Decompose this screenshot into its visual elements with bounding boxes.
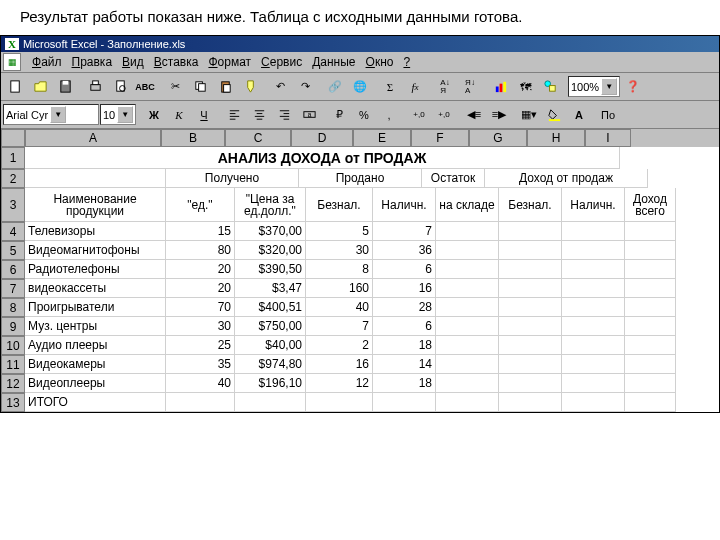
cell[interactable]: 36 xyxy=(373,241,436,260)
cell[interactable]: видеокассеты xyxy=(25,279,166,298)
align-center-button[interactable] xyxy=(247,103,271,126)
cell[interactable] xyxy=(499,298,562,317)
cell[interactable]: 16 xyxy=(373,279,436,298)
sort-asc-button[interactable]: А↓Я xyxy=(433,75,457,98)
sort-desc-button[interactable]: Я↓А xyxy=(458,75,482,98)
redo-button[interactable]: ↷ xyxy=(293,75,317,98)
italic-button[interactable]: К xyxy=(167,103,191,126)
cell[interactable]: $400,51 xyxy=(235,298,306,317)
underline-button[interactable]: Ч xyxy=(192,103,216,126)
cell[interactable] xyxy=(625,317,676,336)
cell[interactable] xyxy=(562,355,625,374)
cell[interactable]: "Цена за ед.долл." xyxy=(235,188,306,222)
col-header-G[interactable]: G xyxy=(469,129,527,147)
map-button[interactable]: 🗺 xyxy=(513,75,537,98)
cell[interactable]: 80 xyxy=(166,241,235,260)
open-button[interactable] xyxy=(28,75,52,98)
cell[interactable]: 25 xyxy=(166,336,235,355)
cell[interactable] xyxy=(625,241,676,260)
cell[interactable]: Безнал. xyxy=(306,188,373,222)
cell[interactable] xyxy=(562,222,625,241)
row-header-1[interactable]: 1 xyxy=(1,147,25,169)
cell[interactable] xyxy=(625,393,676,412)
cell[interactable] xyxy=(436,374,499,393)
cell[interactable]: 7 xyxy=(373,222,436,241)
menu-Вид[interactable]: Вид xyxy=(117,53,149,71)
cell[interactable]: 8 xyxy=(306,260,373,279)
col-header-B[interactable]: B xyxy=(161,129,225,147)
cell[interactable]: 2 xyxy=(306,336,373,355)
menu-Окно[interactable]: Окно xyxy=(361,53,399,71)
row-header-6[interactable]: 6 xyxy=(1,260,25,279)
cell[interactable]: Продано xyxy=(299,169,422,188)
spellcheck-button[interactable]: ABC xyxy=(133,75,157,98)
cell[interactable]: 18 xyxy=(373,374,436,393)
cell[interactable]: Муз. центры xyxy=(25,317,166,336)
cell[interactable]: АНАЛИЗ ДОХОДА от ПРОДАЖ xyxy=(25,147,620,169)
row-header-4[interactable]: 4 xyxy=(1,222,25,241)
cell[interactable] xyxy=(436,355,499,374)
autoformat-button[interactable]: По xyxy=(597,103,619,126)
cell[interactable] xyxy=(499,260,562,279)
menu-?[interactable]: ? xyxy=(398,53,415,71)
cell[interactable]: Получено xyxy=(166,169,299,188)
cell[interactable]: Наличн. xyxy=(562,188,625,222)
row-header-13[interactable]: 13 xyxy=(1,393,25,412)
cell[interactable]: $750,00 xyxy=(235,317,306,336)
cell[interactable] xyxy=(436,260,499,279)
cell[interactable] xyxy=(562,298,625,317)
select-all-corner[interactable] xyxy=(1,129,25,147)
row-header-2[interactable]: 2 xyxy=(1,169,25,188)
font-combo[interactable]: Arial Cyr▼ xyxy=(3,104,99,125)
menu-Данные[interactable]: Данные xyxy=(307,53,360,71)
cell[interactable] xyxy=(625,355,676,374)
menu-Формат[interactable]: Формат xyxy=(203,53,256,71)
cell[interactable]: 18 xyxy=(373,336,436,355)
menu-Сервис[interactable]: Сервис xyxy=(256,53,307,71)
cell[interactable]: Проигрыватели xyxy=(25,298,166,317)
cell[interactable]: Доход всего xyxy=(625,188,676,222)
cut-button[interactable]: ✂ xyxy=(163,75,187,98)
cell[interactable]: на складе xyxy=(436,188,499,222)
copy-button[interactable] xyxy=(188,75,212,98)
cell[interactable] xyxy=(306,393,373,412)
col-header-A[interactable]: A xyxy=(25,129,161,147)
cell[interactable]: 28 xyxy=(373,298,436,317)
row-header-5[interactable]: 5 xyxy=(1,241,25,260)
cell[interactable]: Аудио плееры xyxy=(25,336,166,355)
col-header-F[interactable]: F xyxy=(411,129,469,147)
cell[interactable] xyxy=(562,336,625,355)
row-header-3[interactable]: 3 xyxy=(1,188,25,222)
cell[interactable] xyxy=(436,241,499,260)
new-button[interactable] xyxy=(3,75,27,98)
cell[interactable]: $320,00 xyxy=(235,241,306,260)
worksheet[interactable]: ABCDEFGHI 1АНАЛИЗ ДОХОДА от ПРОДАЖ2Получ… xyxy=(1,129,719,412)
cell[interactable] xyxy=(436,298,499,317)
cell[interactable]: $3,47 xyxy=(235,279,306,298)
cell[interactable] xyxy=(562,374,625,393)
cell[interactable] xyxy=(436,393,499,412)
cell[interactable]: 35 xyxy=(166,355,235,374)
cell[interactable]: Наличн. xyxy=(373,188,436,222)
cell[interactable]: 5 xyxy=(306,222,373,241)
undo-button[interactable]: ↶ xyxy=(268,75,292,98)
align-left-button[interactable] xyxy=(222,103,246,126)
cell[interactable]: 15 xyxy=(166,222,235,241)
menu-Файл[interactable]: Файл xyxy=(27,53,67,71)
chart-wizard-button[interactable] xyxy=(488,75,512,98)
col-header-H[interactable]: H xyxy=(527,129,585,147)
row-header-7[interactable]: 7 xyxy=(1,279,25,298)
cell[interactable] xyxy=(499,336,562,355)
cell[interactable]: 40 xyxy=(306,298,373,317)
cell[interactable] xyxy=(625,298,676,317)
cell[interactable]: 12 xyxy=(306,374,373,393)
row-header-11[interactable]: 11 xyxy=(1,355,25,374)
preview-button[interactable] xyxy=(108,75,132,98)
paste-button[interactable] xyxy=(213,75,237,98)
web-toolbar-button[interactable]: 🌐 xyxy=(348,75,372,98)
doc-icon[interactable]: ▦ xyxy=(3,53,21,71)
cell[interactable]: $40,00 xyxy=(235,336,306,355)
cell[interactable]: 7 xyxy=(306,317,373,336)
hyperlink-button[interactable]: 🔗 xyxy=(323,75,347,98)
help-button[interactable]: ❓ xyxy=(621,75,645,98)
